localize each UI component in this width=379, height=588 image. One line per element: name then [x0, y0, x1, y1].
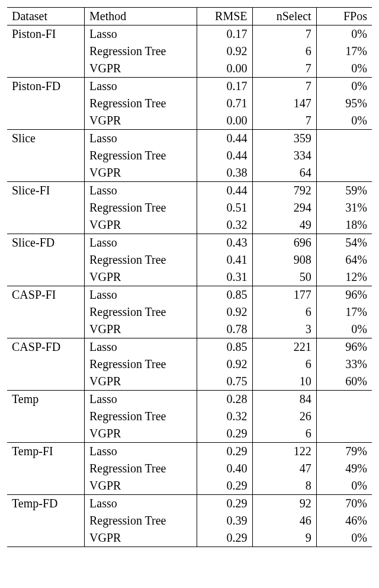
cell-rmse: 0.44 — [197, 147, 252, 164]
cell-dataset — [7, 373, 85, 391]
cell-nselect: 64 — [252, 164, 316, 182]
cell-rmse: 0.44 — [197, 130, 252, 148]
cell-rmse: 0.71 — [197, 95, 252, 112]
cell-dataset — [7, 269, 85, 286]
table-row: CASP-FILasso0.8517796% — [7, 286, 372, 304]
table-row: VGPR0.0070% — [7, 112, 372, 130]
cell-nselect: 122 — [252, 443, 316, 461]
cell-fpos: 0% — [316, 477, 372, 495]
table-row: VGPR0.0070% — [7, 60, 372, 78]
cell-rmse: 0.29 — [197, 529, 252, 547]
cell-fpos: 64% — [316, 251, 372, 269]
cell-rmse: 0.29 — [197, 477, 252, 495]
table-row: Regression Tree0.5129431% — [7, 199, 372, 216]
cell-nselect: 9 — [252, 529, 316, 547]
cell-method: VGPR — [85, 321, 197, 338]
cell-rmse: 0.92 — [197, 43, 252, 60]
cell-rmse: 0.38 — [197, 164, 252, 182]
cell-fpos: 54% — [316, 234, 372, 252]
cell-fpos — [316, 164, 372, 182]
table-row: VGPR0.751060% — [7, 373, 372, 391]
cell-rmse: 0.44 — [197, 182, 252, 200]
cell-fpos: 12% — [316, 269, 372, 286]
cell-nselect: 792 — [252, 182, 316, 200]
cell-rmse: 0.28 — [197, 391, 252, 408]
cell-dataset: Piston-FI — [7, 25, 85, 43]
table-row: Regression Tree0.4190864% — [7, 251, 372, 269]
cell-rmse: 0.29 — [197, 495, 252, 513]
cell-method: Regression Tree — [85, 95, 197, 112]
cell-dataset: Slice-FI — [7, 182, 85, 200]
cell-method: Lasso — [85, 25, 197, 43]
cell-nselect: 6 — [252, 43, 316, 60]
cell-method: Lasso — [85, 495, 197, 513]
cell-dataset — [7, 43, 85, 60]
table-row: VGPR0.296 — [7, 425, 372, 443]
table-row: Temp-FDLasso0.299270% — [7, 495, 372, 513]
cell-nselect: 177 — [252, 286, 316, 304]
cell-fpos: 0% — [316, 78, 372, 95]
cell-fpos: 33% — [316, 356, 372, 373]
cell-fpos: 96% — [316, 338, 372, 356]
table-row: Piston-FILasso0.1770% — [7, 25, 372, 43]
cell-dataset: Temp-FI — [7, 443, 85, 461]
cell-fpos: 49% — [316, 460, 372, 477]
cell-method: Regression Tree — [85, 303, 197, 321]
cell-nselect: 221 — [252, 338, 316, 356]
cell-method: VGPR — [85, 60, 197, 78]
cell-rmse: 0.31 — [197, 269, 252, 286]
cell-dataset: CASP-FD — [7, 338, 85, 356]
table-row: Slice-FDLasso0.4369654% — [7, 234, 372, 252]
cell-fpos: 18% — [316, 216, 372, 234]
cell-method: VGPR — [85, 164, 197, 182]
col-header-fpos: FPos — [316, 8, 372, 25]
cell-rmse: 0.78 — [197, 321, 252, 338]
cell-rmse: 0.51 — [197, 199, 252, 216]
cell-rmse: 0.00 — [197, 112, 252, 130]
cell-nselect: 696 — [252, 234, 316, 252]
cell-fpos — [316, 147, 372, 164]
table-row: Slice-FILasso0.4479259% — [7, 182, 372, 200]
cell-dataset — [7, 321, 85, 338]
table-row: Regression Tree0.394646% — [7, 512, 372, 529]
cell-fpos: 31% — [316, 199, 372, 216]
cell-nselect: 7 — [252, 60, 316, 78]
cell-dataset: Temp-FD — [7, 495, 85, 513]
cell-nselect: 26 — [252, 408, 316, 425]
cell-nselect: 46 — [252, 512, 316, 529]
cell-nselect: 6 — [252, 425, 316, 443]
cell-method: Regression Tree — [85, 43, 197, 60]
cell-nselect: 294 — [252, 199, 316, 216]
cell-dataset: Slice-FD — [7, 234, 85, 252]
cell-rmse: 0.17 — [197, 78, 252, 95]
cell-dataset — [7, 529, 85, 547]
col-header-nselect: nSelect — [252, 8, 316, 25]
table-row: VGPR0.3864 — [7, 164, 372, 182]
cell-dataset — [7, 95, 85, 112]
cell-method: Lasso — [85, 182, 197, 200]
cell-nselect: 8 — [252, 477, 316, 495]
cell-nselect: 147 — [252, 95, 316, 112]
cell-method: Regression Tree — [85, 408, 197, 425]
cell-fpos: 17% — [316, 43, 372, 60]
table-row: Regression Tree0.404749% — [7, 460, 372, 477]
cell-fpos: 70% — [316, 495, 372, 513]
cell-method: Lasso — [85, 286, 197, 304]
col-header-dataset: Dataset — [7, 8, 85, 25]
table-row: SliceLasso0.44359 — [7, 130, 372, 148]
cell-method: Regression Tree — [85, 251, 197, 269]
cell-rmse: 0.39 — [197, 512, 252, 529]
cell-fpos: 0% — [316, 60, 372, 78]
cell-nselect: 47 — [252, 460, 316, 477]
cell-rmse: 0.43 — [197, 234, 252, 252]
table-row: Regression Tree0.44334 — [7, 147, 372, 164]
cell-fpos: 0% — [316, 112, 372, 130]
cell-fpos — [316, 391, 372, 408]
cell-method: Lasso — [85, 130, 197, 148]
cell-fpos: 0% — [316, 25, 372, 43]
cell-rmse: 0.40 — [197, 460, 252, 477]
cell-dataset — [7, 356, 85, 373]
cell-rmse: 0.92 — [197, 303, 252, 321]
cell-nselect: 84 — [252, 391, 316, 408]
table-row: VGPR0.2990% — [7, 529, 372, 547]
